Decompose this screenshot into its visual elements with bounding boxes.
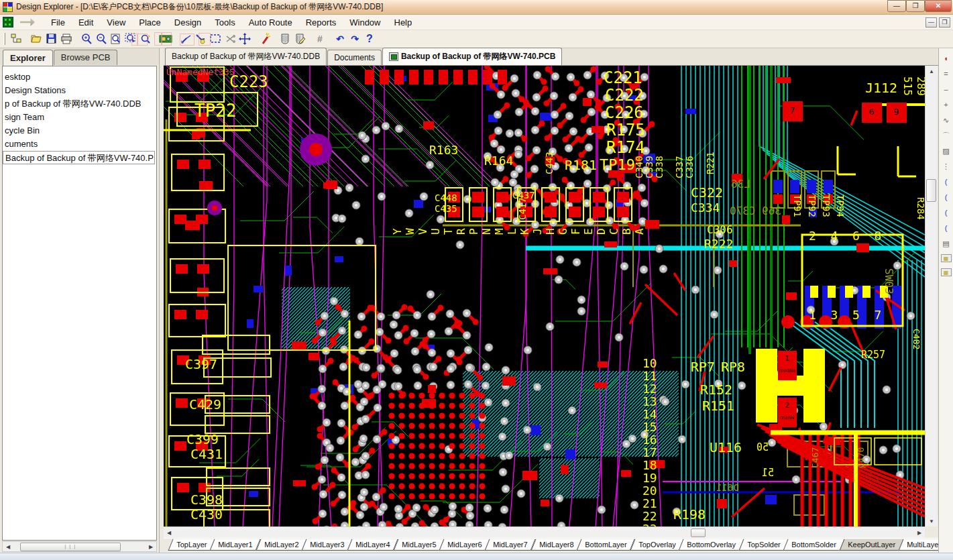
layer-tab-midlayer3[interactable]: MidLayer3 [302,539,353,551]
library-browse-icon[interactable] [278,32,292,46]
selection-box-icon[interactable] [208,32,223,46]
panel-h-scrollbar[interactable]: ◀ ❘❘❘ ▶ [2,541,157,552]
grid-icon[interactable]: # [313,32,327,46]
menu-edit[interactable]: Edit [72,16,100,29]
print-icon[interactable] [59,32,74,46]
close-button[interactable]: ✕ [925,0,952,12]
layer-tab-topsolder[interactable]: TopSolder [738,539,788,551]
scroll-left-icon[interactable]: ◀ [164,528,174,537]
menu-auto-route[interactable]: Auto Route [242,16,299,29]
scroll-left-icon[interactable]: ◀ [3,542,13,551]
tab-browse-pcb[interactable]: Browse PCB [54,50,118,65]
panel-scroll-thumb[interactable]: ❘❘❘ [20,543,121,551]
document-tab-bar: Backup of Backup of 带网络VW-740.DDB Docume… [164,48,938,66]
layer-tab-toplayer[interactable]: TopLayer [168,539,215,551]
layer-tab-bottomsolder[interactable]: BottomSolder [783,539,845,551]
tree-item-design-stations[interactable]: Design Stations [3,84,156,97]
library-edit-icon[interactable] [292,32,307,46]
zoom-document-icon[interactable] [109,32,123,46]
restore-button[interactable]: ❐ [906,0,925,12]
tab-explorer[interactable]: Explorer [3,50,53,66]
menu-help[interactable]: Help [388,16,419,29]
layer-tab-topoverlay[interactable]: TopOverlay [630,539,684,551]
arc-tool-icon[interactable]: ◖ [941,54,952,63]
pcb-h-scrollbar[interactable]: ◀ ▶ [164,526,925,538]
hatch-square-icon[interactable]: ▨ [941,146,952,156]
zoom-area-icon[interactable] [123,32,138,46]
pcb-canvas[interactable] [164,66,925,526]
move-icon[interactable] [237,32,252,46]
layer-tab-midlayer5[interactable]: MidLayer5 [393,539,444,551]
tree-item-pcb-document[interactable]: Backup of Backup of 带网络VW-740.P [3,151,155,164]
mdi-minimize-button[interactable]: — [926,17,937,27]
scroll-right-icon[interactable]: ▶ [914,528,925,537]
tree-item-ddb[interactable]: p of Backup of 带网络VW-740.DDB [3,97,156,111]
toolbar-grip[interactable] [3,33,5,45]
undo-icon[interactable]: ↶ [333,32,347,46]
h-scroll-thumb[interactable] [691,528,706,537]
scroll-right-icon[interactable]: ▶ [146,542,156,551]
pcb-board-icon[interactable] [158,32,173,46]
highlight-wand-icon[interactable] [258,32,272,46]
layer-tab-midlayer2[interactable]: MidLayer2 [256,539,306,551]
design-explorer-window: Design Explorer - [D:\E\客户PCB文档\PCB备份\10… [0,0,953,560]
pcb-editor-viewport[interactable] [164,66,925,526]
save-icon[interactable] [44,32,59,46]
array2-icon[interactable]: ▦ [941,268,952,276]
layer-tab-bar: TopLayer MidLayer1 MidLayer2 MidLayer3 M… [164,538,938,553]
layer-tab-midlayer6[interactable]: MidLayer6 [439,539,490,551]
tree-item-recycle-bin[interactable]: cycle Bin [3,124,156,137]
cross-probe-icon[interactable] [223,32,237,46]
doc-tab-ddb[interactable]: Backup of Backup of 带网络VW-740.DDB [165,48,327,65]
menu-reports[interactable]: Reports [299,16,343,29]
arc-left3-icon[interactable]: ( [941,208,952,217]
doc-tab-documents[interactable]: Documents [327,50,382,65]
menu-window[interactable]: Window [343,16,387,29]
plus-icon[interactable]: + [941,100,952,109]
arc2-icon[interactable]: ⌒ [941,131,952,140]
doc-tab-pcb[interactable]: Backup of Backup of 带网络VW-740.PCB [382,48,562,65]
layer-tab-bottomlayer[interactable]: BottomLayer [577,539,635,551]
zoom-in-icon[interactable] [79,32,94,46]
v-scroll-thumb[interactable] [926,179,936,202]
equal-spacing-icon[interactable]: = [941,69,952,78]
layer-tab-bottomoverlay[interactable]: BottomOverlay [679,539,744,551]
arc-left2-icon[interactable]: ( [941,192,952,202]
scroll-down-icon[interactable]: ▼ [926,516,938,526]
layer-tab-midlayer8[interactable]: MidLayer8 [530,539,581,551]
menu-design[interactable]: Design [168,16,208,29]
arc-left1-icon[interactable]: ( [941,177,952,186]
scroll-up-icon[interactable]: ▲ [926,66,938,76]
title-bar[interactable]: Design Explorer - [D:\E\客户PCB文档\PCB备份\10… [0,0,953,15]
help-icon[interactable]: ? [362,32,377,46]
dots-icon[interactable]: ⋮ [941,162,952,171]
layer-tab-keepoutlayer[interactable]: KeepOutLayer [840,539,904,551]
page-icon[interactable]: ▤ [941,239,952,248]
minimize-button[interactable]: — [887,0,906,12]
menu-view[interactable]: View [100,16,132,29]
mdi-restore-button[interactable]: ❐ [939,17,950,27]
array-icon[interactable]: ▦ [941,254,952,262]
document-system-icon[interactable] [3,17,13,27]
zoom-selection-icon[interactable] [138,32,153,46]
design-manager-icon[interactable] [9,32,24,46]
menu-tools[interactable]: Tools [208,16,241,29]
tree-item-design-team[interactable]: sign Team [3,111,156,124]
open-document-icon[interactable] [30,32,44,46]
menu-place[interactable]: Place [132,16,168,29]
arc-left4-icon[interactable]: ( [941,223,952,233]
menu-file[interactable]: File [44,16,72,29]
redo-icon[interactable]: ↷ [347,32,362,46]
zoom-out-icon[interactable] [94,32,109,46]
curve-icon[interactable]: ∿ [941,115,952,125]
dash-icon[interactable]: ‒ [941,85,952,94]
layer-tab-midlayer7[interactable]: MidLayer7 [485,539,536,551]
layer-tab-midlayer4[interactable]: MidLayer4 [347,539,398,551]
layer-tab-midlayer1[interactable]: MidLayer1 [210,539,261,551]
window-title: Design Explorer - [D:\E\客户PCB文档\PCB备份\10… [16,1,383,13]
tree-item-documents[interactable]: cuments [3,137,156,151]
pcb-v-scrollbar[interactable]: ▲ ▼ [925,66,937,526]
wiring-tool-icon[interactable] [178,32,193,46]
tree-item-desktop[interactable]: esktop [3,70,156,84]
line-tool-icon[interactable] [193,32,208,46]
